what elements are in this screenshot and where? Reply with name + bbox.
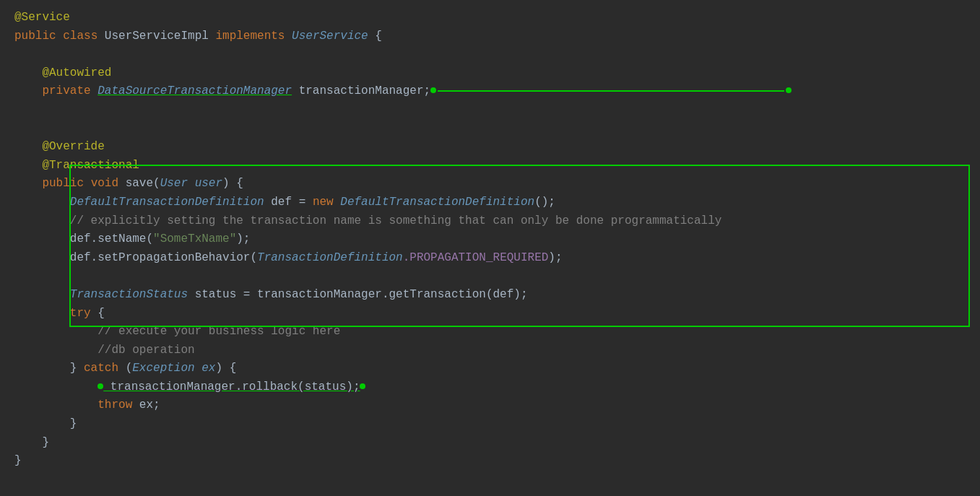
annotation-override: @Override xyxy=(42,140,104,153)
indent-12 xyxy=(14,214,70,227)
code-line-7 xyxy=(14,120,966,139)
classname-userserviceimpl: UserServiceImpl xyxy=(105,30,216,43)
type-transactionstatus: TransactionStatus xyxy=(70,288,188,301)
code-line-20: } catch (Exception ex) { xyxy=(14,360,966,378)
indent-20: } xyxy=(14,362,84,375)
try-brace: { xyxy=(97,307,105,320)
method-save: save( xyxy=(126,177,160,190)
keyword-class: class xyxy=(63,30,105,43)
type-defaulttransactiondef2: DefaultTransactionDefinition xyxy=(340,196,534,209)
indent-22 xyxy=(14,399,97,412)
type-defaulttransactiondef: DefaultTransactionDefinition xyxy=(70,196,264,209)
indent-5 xyxy=(14,84,42,97)
indent-23: } xyxy=(14,417,77,430)
annotation-autowired: @Autowired xyxy=(42,66,111,79)
code-line-23: } xyxy=(14,415,966,434)
transactionmanager-var: transactionManager; xyxy=(292,84,430,97)
status-assign: status = transactionManager.getTransacti… xyxy=(188,288,527,301)
type-exception: Exception ex xyxy=(132,362,215,375)
code-line-21: transactionManager.rollback(status); xyxy=(14,378,966,397)
code-line-14: def.setPropagationBehavior(TransactionDe… xyxy=(14,249,966,268)
def-setprop: def.setPropagationBehavior( xyxy=(70,251,257,264)
code-line-18: // execute your business logic here xyxy=(14,323,966,341)
method-close: ) { xyxy=(222,177,243,190)
code-line-1: @Service xyxy=(14,9,966,27)
def-assign: def = xyxy=(264,196,313,209)
keyword-catch: catch xyxy=(84,362,126,375)
propagation-required: .PROPAGATION_REQUIRED xyxy=(403,251,549,264)
catch-close: ) { xyxy=(215,362,236,375)
indent-14 xyxy=(14,251,70,264)
code-line-16: TransactionStatus status = transactionMa… xyxy=(14,286,966,305)
indent-10 xyxy=(14,177,42,190)
annotation-service: @Service xyxy=(14,11,70,24)
indent-18 xyxy=(14,325,97,338)
keyword-implements: implements xyxy=(215,30,292,43)
code-line-8: @Override xyxy=(14,138,966,157)
indent-11 xyxy=(14,196,70,209)
code-line-10: public void save(User user) { xyxy=(14,175,966,193)
indent-21 xyxy=(14,380,97,393)
def-setname: def.setName( xyxy=(70,232,153,245)
code-line-17: try { xyxy=(14,305,966,323)
code-line-24: } xyxy=(14,434,966,453)
brace-open: { xyxy=(368,30,382,43)
rollback-call: transactionManager.rollback(status); xyxy=(103,380,360,393)
code-line-4: @Autowired xyxy=(14,64,966,83)
indent-4 xyxy=(14,66,42,79)
comment-line19: //db operation xyxy=(97,344,194,357)
indent-17 xyxy=(14,307,70,320)
indent-9 xyxy=(14,159,42,172)
interface-userservice: UserService xyxy=(292,30,368,43)
code-line-11: DefaultTransactionDefinition def = new D… xyxy=(14,193,966,212)
keyword-void: void xyxy=(91,177,126,190)
comment-line12: // explicitly setting the transaction na… xyxy=(70,214,722,227)
keyword-public: public xyxy=(14,30,63,43)
keyword-public2: public xyxy=(42,177,90,190)
setprop-close: ); xyxy=(548,251,562,264)
code-line-12: // explicitly setting the transaction na… xyxy=(14,212,966,231)
code-line-15 xyxy=(14,267,966,286)
code-line-19: //db operation xyxy=(14,341,966,360)
indent-16 xyxy=(14,288,70,301)
constructor-call: (); xyxy=(534,196,555,209)
indent-19 xyxy=(14,344,97,357)
code-line-22: throw ex; xyxy=(14,396,966,415)
code-line-9: @Transactional xyxy=(14,157,966,175)
green-dot-rollback-right xyxy=(360,383,365,389)
annotation-transactional: @Transactional xyxy=(42,159,139,172)
code-line-3 xyxy=(14,45,966,64)
keyword-new: new xyxy=(313,196,340,209)
closing-brace: } xyxy=(14,454,22,467)
type-transactiondefinition: TransactionDefinition xyxy=(257,251,403,264)
setname-close: ); xyxy=(236,232,250,245)
string-sometxname: "SomeTxName" xyxy=(153,232,236,245)
indent-13 xyxy=(14,232,70,245)
indent-8 xyxy=(14,140,42,153)
green-dot-left xyxy=(430,87,436,93)
keyword-private: private xyxy=(42,84,97,97)
code-line-13: def.setName("SomeTxName"); xyxy=(14,230,966,249)
indent-24: } xyxy=(14,436,49,449)
type-datasourcetransactionmanager: DataSourceTransactionManager xyxy=(97,84,292,97)
code-editor: @Service public class UserServiceImpl im… xyxy=(0,0,980,479)
param-user: User user xyxy=(160,177,222,190)
throw-ex: ex; xyxy=(139,399,160,412)
keyword-try: try xyxy=(70,307,97,320)
code-line-6 xyxy=(14,101,966,120)
catch-open: ( xyxy=(126,362,133,375)
keyword-throw: throw xyxy=(97,399,139,412)
code-line-2: public class UserServiceImpl implements … xyxy=(14,27,966,46)
code-line-25: } xyxy=(14,452,966,471)
green-dot-right xyxy=(786,87,792,93)
code-line-5: private DataSourceTransactionManager tra… xyxy=(14,82,966,101)
comment-line18: // execute your business logic here xyxy=(97,325,340,338)
